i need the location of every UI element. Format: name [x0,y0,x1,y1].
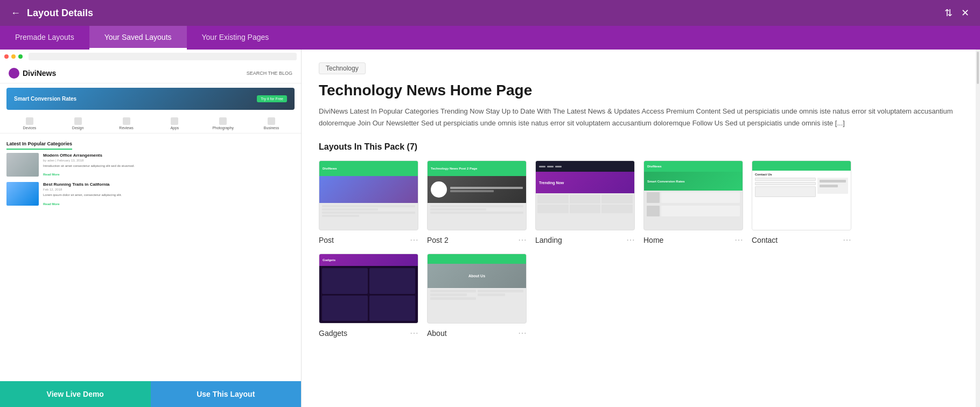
thumb-hero-text-about: About Us [468,274,485,278]
article-card-1: Modern Office Arrangements by aden | Feb… [6,153,295,178]
thumb-col-1 [430,290,476,300]
thumbnail-img-post: DiviNews [319,160,418,230]
thumb-textarea [755,186,816,197]
thumb-line-a [450,187,523,189]
tab-premade[interactable]: Premade Layouts [0,26,89,50]
thumbnail-post2[interactable]: Technology News Post 2 Page [427,160,527,245]
thumbnail-name-post2: Post 2 [427,236,449,244]
cat-icon-design [74,117,82,125]
thumb-menu-home[interactable]: ⋯ [734,235,743,245]
thumb-hero-home: Smart Conversion Rates [644,172,743,191]
thumb-grid-landing [536,193,634,215]
use-layout-button[interactable]: Use This Layout [151,381,302,407]
cat-business: Business [248,117,295,130]
thumb-menu-contact[interactable]: ⋯ [843,235,851,245]
thumb-header-home: DiviNews [644,161,743,172]
scrollbar-thumb[interactable] [977,52,979,84]
thumb-menu-post[interactable]: ⋯ [410,235,418,245]
browser-dot-green [18,54,23,59]
thumb-menu-landing[interactable]: ⋯ [626,235,635,245]
divi-header: DiviNews SEARCH THE BLOG [0,64,301,83]
thumb-line-1 [322,205,415,207]
category-nav: Devices Design Reviews Apps [0,114,301,134]
thumb-content-gadgets [319,266,418,323]
thumb-header-gadgets: Gadgets [319,254,418,266]
thumbnail-about[interactable]: About Us Abo [427,254,527,338]
thumb-content-contact: Contact Us [752,171,851,230]
thumb-cell-2 [570,195,601,204]
thumb-logo-home: DiviNews [647,165,662,168]
thumbnail-footer-post: Post ⋯ [319,235,418,245]
main-content: DiviNews SEARCH THE BLOG Smart Conversio… [0,50,980,407]
hero-text: Smart Conversion Rates [14,96,76,102]
header-icons: ⇅ ✕ [944,7,969,19]
thumb-header-landing [536,161,634,172]
article-body-2: Lorem ipsum dolor sit amet, consectetur … [43,193,122,197]
thumb-box-img-2 [647,206,660,216]
thumb-text-gadgets: Gadgets [323,258,335,262]
sort-icon[interactable]: ⇅ [944,7,953,19]
tab-existing[interactable]: Your Existing Pages [187,26,284,50]
header-left: ← Layout Details [11,8,93,19]
preview-mockup: DiviNews SEARCH THE BLOG Smart Conversio… [0,50,301,381]
thumb-row-2 [647,206,740,216]
thumbnail-img-post2: Technology News Post 2 Page [427,160,527,230]
thumb-text-post [319,203,418,220]
thumb-menu-gadgets[interactable]: ⋯ [410,328,418,338]
thumbnail-img-gadgets: Gadgets [319,254,418,324]
article-text-2: Best Running Trails in California Feb 12… [43,182,122,207]
cat-photography: Photography [200,117,246,130]
article-image-2 [6,182,39,206]
thumb-dark-4 [369,296,415,321]
divi-search: SEARCH THE BLOG [247,71,292,76]
thumbnail-name-home: Home [643,236,663,244]
thumb-menu-post2[interactable]: ⋯ [518,235,527,245]
thumbnail-name-gadgets: Gadgets [319,329,347,338]
thumb-input-2 [755,182,816,185]
cat-apps: Apps [151,117,198,130]
category-badge: Technology [319,62,366,74]
thumbnail-footer-post2: Post 2 ⋯ [427,235,527,245]
thumb-dark-1 [322,268,368,294]
thumbnail-post[interactable]: DiviNews Post ⋯ [319,160,418,245]
thumb-about-line-1 [430,290,476,292]
thumb-logo-post2: Technology News Post 2 Page [431,167,477,170]
thumb-menu-about[interactable]: ⋯ [518,328,527,338]
thumbnail-gadgets[interactable]: Gadgets Gadgets ⋯ [319,254,418,338]
thumb-text-post2 [428,203,526,217]
cat-icon-apps [171,117,178,125]
thumb-nav-landing [539,166,562,167]
scrollbar[interactable] [976,50,980,407]
thumbnail-landing[interactable]: Trending Now Landing ⋯ [535,160,635,245]
thumb-line-4 [322,215,359,217]
thumbnail-home[interactable]: DiviNews Smart Conversion Rates [643,160,743,245]
preview-panel: DiviNews SEARCH THE BLOG Smart Conversio… [0,50,302,407]
cat-icon-devices [26,117,33,125]
close-icon[interactable]: ✕ [961,7,969,19]
tab-saved[interactable]: Your Saved Layouts [89,26,187,50]
preview-image: DiviNews SEARCH THE BLOG Smart Conversio… [0,50,301,381]
cat-icon-reviews [123,117,130,125]
article-text-1: Modern Office Arrangements by aden | Feb… [43,153,135,178]
thumb-header-post2: Technology News Post 2 Page [428,161,526,176]
cat-reviews: Reviews [103,117,150,130]
thumbnail-footer-home: Home ⋯ [643,235,743,245]
thumb-line-3 [322,212,415,214]
thumb-line-p2-3 [430,212,523,214]
cat-design: Design [55,117,101,130]
thumbnail-contact[interactable]: Contact Us [752,160,851,245]
divi-logo: DiviNews [9,68,56,79]
thumb-trending: Trending Now [536,172,634,193]
preview-actions: View Live Demo Use This Layout [0,381,301,407]
layout-title: Technology News Home Page [319,82,958,99]
browser-bar [0,50,301,64]
thumb-line-p2-1 [430,205,523,207]
thumb-box-img-1 [647,192,660,203]
read-more-1[interactable]: Read More [43,173,60,176]
live-demo-button[interactable]: View Live Demo [0,381,151,407]
back-icon[interactable]: ← [11,8,20,19]
thumb-articles-home [644,191,743,220]
thumb-header-post: DiviNews [319,161,418,176]
articles-section: Latest In Popular Categories Modern Offi… [0,134,301,216]
read-more-2[interactable]: Read More [43,202,60,206]
